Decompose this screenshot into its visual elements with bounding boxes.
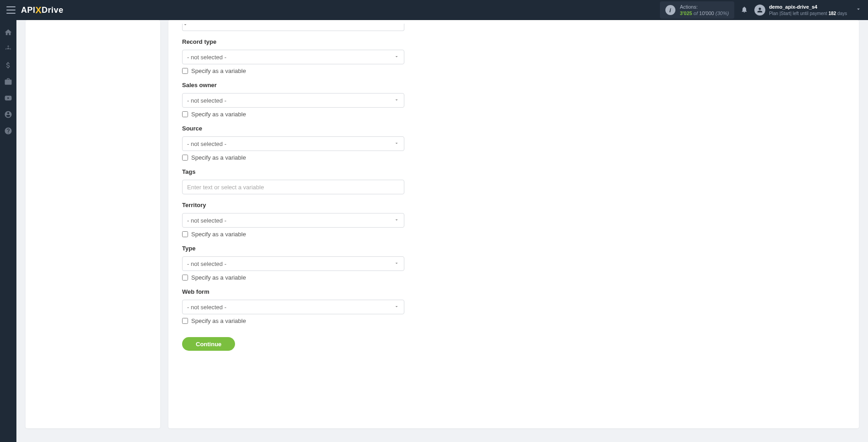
field-territory: Territory - not selected - Specify as a … <box>182 202 845 238</box>
left-panel <box>26 20 160 428</box>
field-tags: Tags <box>182 168 845 194</box>
source-select[interactable]: - not selected - <box>182 136 404 151</box>
chevron-down-icon <box>183 22 188 29</box>
specify-variable-checkbox[interactable] <box>182 111 188 117</box>
specify-variable-checkbox[interactable] <box>182 275 188 281</box>
specify-variable-row[interactable]: Specify as a variable <box>182 154 845 161</box>
checkbox-label: Specify as a variable <box>191 231 246 238</box>
specify-variable-row[interactable]: Specify as a variable <box>182 317 845 324</box>
field-web-form: Web form - not selected - Specify as a v… <box>182 288 845 324</box>
specify-variable-checkbox[interactable] <box>182 231 188 237</box>
field-label: Record type <box>182 38 845 45</box>
help-icon[interactable] <box>4 127 12 135</box>
actions-text: Actions: 3'025 of 10'000 (30%) <box>680 4 729 17</box>
briefcase-icon[interactable] <box>4 78 12 86</box>
checkbox-label: Specify as a variable <box>191 317 246 324</box>
specify-variable-row[interactable]: Specify as a variable <box>182 274 845 281</box>
checkbox-label: Specify as a variable <box>191 111 246 118</box>
field-sales-owner: Sales owner - not selected - Specify as … <box>182 82 845 118</box>
youtube-icon[interactable] <box>4 94 12 102</box>
field-record-type: Record type - not selected - Specify as … <box>182 38 845 74</box>
tags-input[interactable] <box>182 180 404 194</box>
field-label: Territory <box>182 202 845 208</box>
specify-variable-row[interactable]: Specify as a variable <box>182 68 845 74</box>
checkbox-label: Specify as a variable <box>191 68 246 74</box>
type-select[interactable]: - not selected - <box>182 256 404 271</box>
specify-variable-row[interactable]: Specify as a variable <box>182 111 845 118</box>
field-label: Sales owner <box>182 82 845 88</box>
main-form-panel: Record type - not selected - Specify as … <box>168 20 859 428</box>
record-type-select[interactable]: - not selected - <box>182 50 404 64</box>
info-icon: i <box>665 5 675 15</box>
sidebar <box>0 20 16 442</box>
select-value: - not selected - <box>187 54 226 61</box>
actions-counter[interactable]: i Actions: 3'025 of 10'000 (30%) <box>660 1 735 19</box>
select-value: - not selected - <box>187 260 226 267</box>
web-form-select[interactable]: - not selected - <box>182 300 404 314</box>
chevron-down-icon <box>394 304 399 311</box>
chevron-down-icon <box>394 54 399 61</box>
select-value: - not selected - <box>187 304 226 311</box>
avatar-icon <box>754 5 765 16</box>
user-info: demo_apix-drive_s4 Plan |Start| left unt… <box>769 4 847 16</box>
hamburger-menu-icon[interactable] <box>6 6 16 14</box>
continue-button[interactable]: Continue <box>182 337 235 351</box>
chevron-down-icon <box>394 97 399 104</box>
checkbox-label: Specify as a variable <box>191 154 246 161</box>
territory-select[interactable]: - not selected - <box>182 213 404 228</box>
field-label: Type <box>182 245 845 252</box>
select-value: - not selected - <box>187 217 226 224</box>
home-icon[interactable] <box>4 28 12 36</box>
chevron-down-icon <box>855 6 862 14</box>
logo[interactable]: APIXDrive <box>21 5 63 16</box>
field-label: Source <box>182 125 845 132</box>
chevron-down-icon <box>394 217 399 224</box>
dollar-icon[interactable] <box>4 61 12 69</box>
specify-variable-checkbox[interactable] <box>182 68 188 74</box>
specify-variable-checkbox[interactable] <box>182 155 188 161</box>
field-label: Tags <box>182 168 845 175</box>
select-value: - not selected - <box>187 97 226 104</box>
top-header: APIXDrive i Actions: 3'025 of 10'000 (30… <box>0 0 868 20</box>
specify-variable-row[interactable]: Specify as a variable <box>182 231 845 238</box>
checkbox-label: Specify as a variable <box>191 274 246 281</box>
field-type: Type - not selected - Specify as a varia… <box>182 245 845 281</box>
chevron-down-icon <box>394 140 399 147</box>
prev-field-select[interactable] <box>182 24 404 31</box>
specify-variable-checkbox[interactable] <box>182 318 188 324</box>
bell-icon[interactable] <box>741 6 748 15</box>
sitemap-icon[interactable] <box>4 45 12 53</box>
sales-owner-select[interactable]: - not selected - <box>182 93 404 108</box>
chevron-down-icon <box>394 260 399 267</box>
field-source: Source - not selected - Specify as a var… <box>182 125 845 161</box>
user-menu[interactable]: demo_apix-drive_s4 Plan |Start| left unt… <box>754 4 862 16</box>
user-icon[interactable] <box>4 110 12 119</box>
field-label: Web form <box>182 288 845 295</box>
select-value: - not selected - <box>187 140 226 147</box>
